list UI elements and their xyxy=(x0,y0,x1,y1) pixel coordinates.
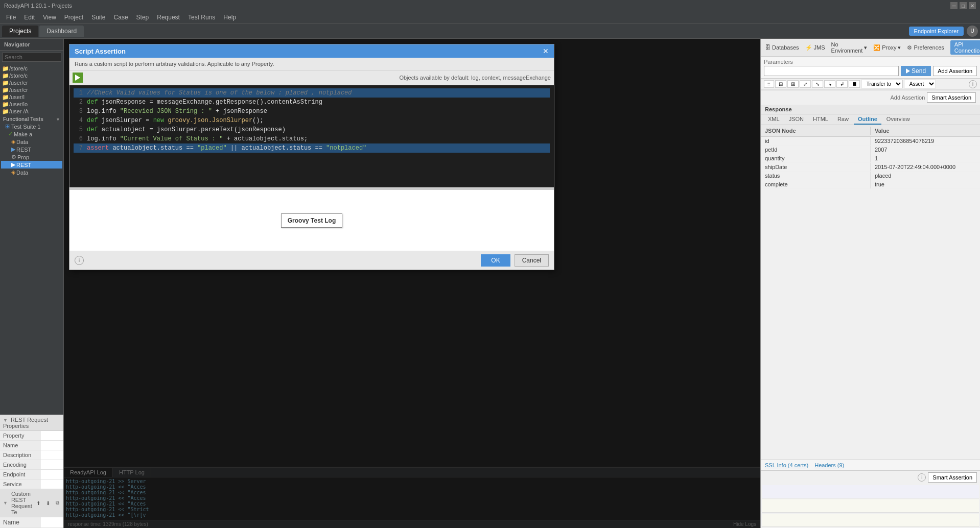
data-icon-2: ◈ xyxy=(11,169,15,176)
rest-request-properties-panel: ▼ REST Request Properties Property Name … xyxy=(0,415,63,489)
json-row-id[interactable]: id 9223372036854076219 xyxy=(761,137,980,146)
prop-value-name[interactable] xyxy=(41,441,63,450)
dialog-toolbar: Objects available by default: log, conte… xyxy=(69,70,554,85)
tab-outline[interactable]: Outline xyxy=(854,114,881,125)
rest-active-item[interactable]: ▶ REST xyxy=(1,161,62,169)
data-item-2[interactable]: ◈ Data xyxy=(1,169,62,176)
add-assertion-button[interactable]: Add Assertion xyxy=(933,66,977,76)
suite-icon: ⊞ xyxy=(5,123,10,130)
transfer-to-select[interactable]: Transfer to xyxy=(861,80,903,88)
collapse-icon[interactable]: ▼ xyxy=(3,418,8,423)
api-connection-button[interactable]: API Connection BETA xyxy=(950,40,980,55)
upload-icon[interactable]: ⬆ xyxy=(34,499,42,507)
menu-request[interactable]: Request xyxy=(153,13,184,22)
databases-button[interactable]: 🗄 Databases xyxy=(765,44,799,51)
menu-view[interactable]: View xyxy=(39,13,60,22)
format-btn-3[interactable]: ⊞ xyxy=(787,80,799,88)
close-button[interactable]: ✕ xyxy=(969,2,976,9)
empty-area-2 xyxy=(762,499,979,513)
prop-row-service: Service xyxy=(0,479,63,489)
groovy-test-log-button[interactable]: Groovy Test Log xyxy=(281,213,342,228)
proxy-button[interactable]: 🔀 Proxy ▾ xyxy=(873,44,901,51)
test-suite-item[interactable]: ⊞ Test Suite 1 xyxy=(1,123,62,130)
col-value: Value xyxy=(871,127,980,135)
preferences-button[interactable]: ⚙ Preferences xyxy=(907,44,944,51)
tree-item[interactable]: 📁 /user/cr xyxy=(1,79,62,86)
format-btn-5[interactable]: ⤡ xyxy=(812,80,823,88)
menu-case[interactable]: Case xyxy=(110,13,132,22)
send-button[interactable]: Send xyxy=(901,66,931,76)
download-icon[interactable]: ⬇ xyxy=(44,499,52,507)
prop-item[interactable]: ⚙ Prop xyxy=(1,153,62,161)
info-icon[interactable]: i xyxy=(969,80,977,88)
endpoint-explorer-button[interactable]: Endpoint Explorer xyxy=(909,27,964,36)
tab-dashboard[interactable]: Dashboard xyxy=(39,26,84,37)
title-bar: ReadyAPI 1.20.1 - Projects ─ □ ✕ xyxy=(0,0,980,11)
smart-assertion-button[interactable]: Smart Assertion xyxy=(927,92,976,103)
run-script-button[interactable] xyxy=(73,73,83,83)
prop-row-endpoint: Endpoint xyxy=(0,470,63,479)
prop-value-service[interactable] xyxy=(41,479,63,489)
environment-selector[interactable]: No Environment ▾ xyxy=(831,41,868,54)
tree-item[interactable]: 📁 /user/lo xyxy=(1,101,62,108)
custom-rest-name-value[interactable] xyxy=(41,517,63,527)
maximize-button[interactable]: □ xyxy=(960,2,967,9)
copy-icon[interactable]: ⧉ xyxy=(54,499,62,507)
test-case-item[interactable]: ✓ Make a xyxy=(1,130,62,138)
json-row-status[interactable]: status placed xyxy=(761,172,980,180)
data-item[interactable]: ◈ Data xyxy=(1,138,62,146)
tree-item[interactable]: 📁 /user /A xyxy=(1,108,62,115)
tree-item[interactable]: 📁 /user/l xyxy=(1,93,62,101)
json-row-complete[interactable]: complete true xyxy=(761,180,980,189)
rest-item[interactable]: ▶ REST xyxy=(1,146,62,153)
tree-item[interactable]: 📁 /store/c xyxy=(1,65,62,72)
menu-step[interactable]: Step xyxy=(132,13,153,22)
menu-suite[interactable]: Suite xyxy=(87,13,109,22)
collapse-icon-2[interactable]: ▼ xyxy=(3,500,8,506)
tree-item[interactable]: 📁 /user/cr xyxy=(1,86,62,93)
tab-projects[interactable]: Projects xyxy=(2,26,38,37)
prop-value-encoding[interactable] xyxy=(41,460,63,469)
cancel-button[interactable]: Cancel xyxy=(515,254,549,267)
smart-assertion-bottom-button[interactable]: Smart Assertion xyxy=(928,472,977,483)
ssl-info-link[interactable]: SSL Info (4 certs) xyxy=(765,462,808,468)
menu-help[interactable]: Help xyxy=(219,13,240,22)
assert-select[interactable]: Assert xyxy=(904,80,936,88)
dialog-info-icon[interactable]: i xyxy=(75,256,84,265)
json-row-petid[interactable]: petId 2007 xyxy=(761,146,980,154)
ok-button[interactable]: OK xyxy=(481,254,510,267)
tree-item[interactable]: 📁 /store/c xyxy=(1,72,62,79)
prop-value-endpoint[interactable] xyxy=(41,470,63,479)
jms-button[interactable]: ⚡ JMS xyxy=(805,44,825,51)
json-row-quantity[interactable]: quantity 1 xyxy=(761,154,980,163)
expand-icon[interactable]: ▼ xyxy=(56,117,60,122)
tab-xml[interactable]: XML xyxy=(764,114,784,125)
tab-raw[interactable]: Raw xyxy=(833,114,853,125)
menu-project[interactable]: Project xyxy=(60,13,87,22)
prop-value-property[interactable] xyxy=(41,431,63,440)
format-btn-6[interactable]: ↳ xyxy=(824,80,835,88)
format-btn-2[interactable]: ⊟ xyxy=(775,80,786,88)
tab-overview[interactable]: Overview xyxy=(882,114,914,125)
menu-file[interactable]: File xyxy=(2,13,20,22)
format-btn-4[interactable]: ⤢ xyxy=(800,80,811,88)
format-btn-8[interactable]: ≣ xyxy=(849,80,860,88)
custom-rest-name-label: Name xyxy=(0,517,41,527)
tab-json[interactable]: JSON xyxy=(785,114,808,125)
user-avatar[interactable]: U xyxy=(967,26,978,37)
prop-value-description[interactable] xyxy=(41,450,63,460)
menu-test-runs[interactable]: Test Runs xyxy=(184,13,219,22)
search-box xyxy=(0,51,63,64)
search-input[interactable] xyxy=(2,53,61,62)
minimize-button[interactable]: ─ xyxy=(950,2,958,9)
format-btn-7[interactable]: ↲ xyxy=(836,80,848,88)
code-editor[interactable]: 1 //Check Valid values for Status is one… xyxy=(69,85,554,187)
headers-link[interactable]: Headers (9) xyxy=(814,462,844,468)
params-input[interactable] xyxy=(764,66,899,76)
menu-edit[interactable]: Edit xyxy=(20,13,39,22)
format-btn-1[interactable]: ≡ xyxy=(764,80,774,88)
tab-html[interactable]: HTML xyxy=(809,114,832,125)
smart-assertion-info-icon[interactable]: i xyxy=(918,473,926,482)
dialog-close-button[interactable]: ✕ xyxy=(543,47,549,55)
json-row-shipdate[interactable]: shipDate 2015-07-20T22:49:04.000+0000 xyxy=(761,163,980,172)
